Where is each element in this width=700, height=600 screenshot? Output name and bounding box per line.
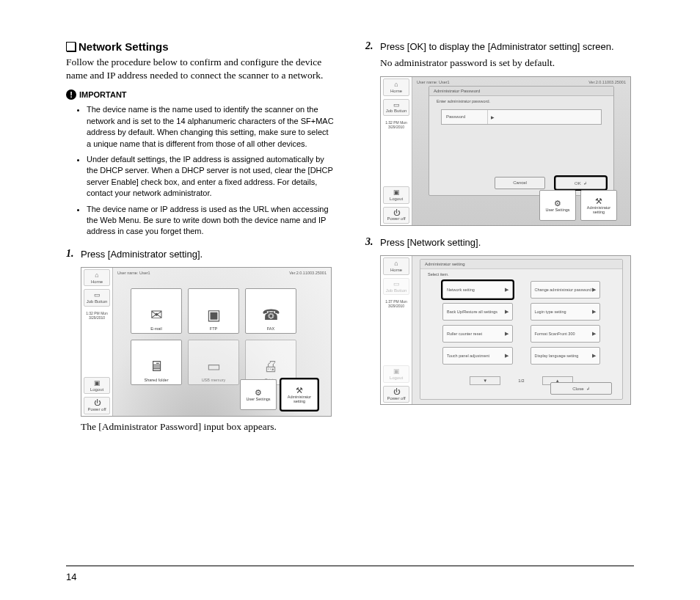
important-notes: The device name is the name used to iden… xyxy=(75,104,335,237)
fax-tile[interactable]: ☎FAX xyxy=(245,288,296,334)
bullet-icon xyxy=(66,42,76,51)
change-password-item[interactable]: Change administrator password▶ xyxy=(531,281,601,299)
admin-setting-button[interactable]: ⚒Administrator setting xyxy=(281,379,318,410)
job-button: ▭Job Button xyxy=(383,278,409,295)
chevron-right-icon: ▶ xyxy=(505,331,508,337)
network-setting-item[interactable]: Network setting▶ xyxy=(442,281,513,299)
chevron-right-icon: ▶ xyxy=(505,309,508,315)
clock: 1:32 PM Mon3/29/2010 xyxy=(81,308,112,323)
logout-button[interactable]: ▣Logout xyxy=(84,377,110,394)
step-1: 1. Press [Administrator setting]. xyxy=(66,248,335,261)
password-label: Password xyxy=(442,110,488,124)
step-text: Press [Network setting]. xyxy=(380,236,481,249)
dialog-title: Administrator Password xyxy=(429,87,613,96)
step-text: Press [OK] to display the [Administrator… xyxy=(380,41,614,52)
prev-page-button[interactable]: ▼ xyxy=(470,376,500,385)
chevron-right-icon: ▶ xyxy=(592,287,596,293)
chevron-right-icon: ▶ xyxy=(592,331,596,337)
user-name-label: User name: User1 xyxy=(117,271,150,275)
important-label: IMPORTANT xyxy=(79,90,127,99)
step1-result: The [Administrator Password] input box a… xyxy=(81,421,335,433)
step-number: 1. xyxy=(66,248,76,261)
screenshot-admin-setting: ⌂Home ▭Job Button 1:32 PM Mon3/29/2010 ▣… xyxy=(81,267,332,417)
login-type-item[interactable]: Login type setting▶ xyxy=(531,303,601,321)
touch-panel-item[interactable]: Touch panel adjustment▶ xyxy=(442,347,513,365)
step-number: 2. xyxy=(365,40,376,70)
job-button[interactable]: ▭Job Button xyxy=(383,99,409,116)
admin-setting-button[interactable]: ⚒Administrator setting xyxy=(580,190,617,221)
power-off-button[interactable]: ⏻Power off xyxy=(383,207,409,224)
job-button[interactable]: ▭Job Button xyxy=(84,289,110,306)
usb-tile[interactable]: ▭USB memory xyxy=(188,340,239,385)
version-label: Ver.2.0.11003.25001 xyxy=(588,80,626,84)
password-field[interactable]: Password ▶ xyxy=(441,109,602,125)
chevron-right-icon: ▶ xyxy=(505,353,508,359)
screenshot-admin-password: ⌂Home ▭Job Button 1:32 PM Mon3/29/2010 ▣… xyxy=(380,76,631,226)
step-2: 2. Press [OK] to display the [Administra… xyxy=(365,40,634,70)
footer-divider xyxy=(66,566,634,566)
clock: 1:37 PM Mon3/29/2010 xyxy=(381,296,412,311)
version-label: Ver.2.0.11003.25001 xyxy=(289,271,327,275)
note-item: The device name is the name used to iden… xyxy=(87,104,335,150)
clock: 1:32 PM Mon3/29/2010 xyxy=(381,117,412,132)
home-button[interactable]: ⌂Home xyxy=(383,78,409,95)
close-button[interactable]: Close ↲ xyxy=(550,382,612,395)
shared-folder-tile[interactable]: 🖥Shared folder xyxy=(131,340,182,385)
ok-button[interactable]: OK ↲ xyxy=(555,177,606,189)
step-subtext: No administrator password is set by defa… xyxy=(380,56,614,70)
power-off-button[interactable]: ⏻Power off xyxy=(383,386,409,403)
page-number: 14 xyxy=(66,571,76,582)
step-3: 3. Press [Network setting]. xyxy=(365,236,634,249)
important-icon: ! xyxy=(66,89,76,100)
home-button[interactable]: ⌂Home xyxy=(84,269,110,286)
user-settings-button[interactable]: ⚙User Settings xyxy=(539,190,576,221)
home-button[interactable]: ⌂Home xyxy=(383,257,409,274)
ftp-tile[interactable]: ▣FTP xyxy=(188,288,239,334)
intro-paragraph: Follow the procedure below to confirm an… xyxy=(66,56,335,82)
important-heading: ! IMPORTANT xyxy=(66,89,335,100)
chevron-right-icon: ▶ xyxy=(505,287,508,293)
admin-password-dialog: Administrator Password Enter administrat… xyxy=(429,86,614,196)
roller-counter-item[interactable]: Roller counter reset▶ xyxy=(442,325,513,343)
email-tile[interactable]: ✉E-mail xyxy=(131,288,182,334)
note-item: The device name or IP address is used as… xyxy=(87,204,335,238)
user-name-label: User name: User1 xyxy=(417,80,450,84)
panel-instruction: Select item. xyxy=(420,269,622,279)
dialog-instruction: Enter administrator password. xyxy=(429,96,613,106)
step-number: 3. xyxy=(365,236,376,249)
logout-button: ▣Logout xyxy=(383,365,409,382)
note-item: Under default settings, the IP address i… xyxy=(87,154,335,200)
printer-tile[interactable]: 🖨Printer xyxy=(245,340,296,385)
chevron-right-icon: ▶ xyxy=(592,309,596,315)
logout-button[interactable]: ▣Logout xyxy=(383,186,409,203)
chevron-right-icon: ▶ xyxy=(488,110,497,124)
format-item[interactable]: Format ScanFront 300▶ xyxy=(531,325,601,343)
screenshot-network-setting: ⌂Home ▭Job Button 1:37 PM Mon3/29/2010 ▣… xyxy=(380,255,631,405)
page-indicator: 1/2 xyxy=(518,378,524,383)
user-settings-button[interactable]: ⚙User Settings xyxy=(240,379,277,410)
section-heading: Network Settings xyxy=(66,40,335,53)
panel-title: Administrator setting xyxy=(420,260,622,269)
power-off-button[interactable]: ⏻Power off xyxy=(84,397,110,414)
step-text: Press [Administrator setting]. xyxy=(81,248,203,261)
admin-setting-panel: Administrator setting Select item. Netwo… xyxy=(420,259,623,400)
cancel-button[interactable]: Cancel xyxy=(495,177,545,189)
display-language-item[interactable]: Display language setting▶ xyxy=(531,347,601,365)
chevron-right-icon: ▶ xyxy=(592,353,596,359)
backup-restore-item[interactable]: Back Up/Restore all settings▶ xyxy=(442,303,513,321)
